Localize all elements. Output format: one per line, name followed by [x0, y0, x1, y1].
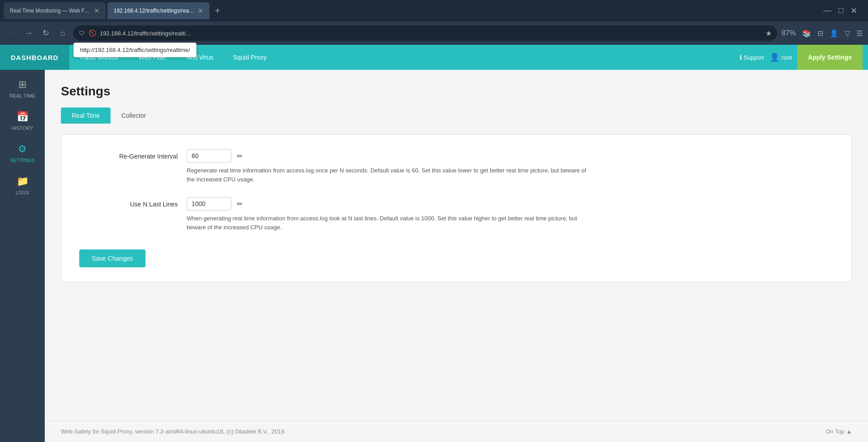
- browser-chrome: Real Time Monitoring — Web Filter ✕ 192.…: [0, 0, 868, 45]
- settings-icon: ⚙: [18, 143, 27, 155]
- menu-icon[interactable]: ☰: [856, 29, 863, 38]
- app-container: DASHBOARD Traffic Monitor Web Filter Ant…: [0, 45, 868, 442]
- real-time-label: REAL TIME: [9, 93, 35, 99]
- apply-settings-button[interactable]: Apply Settings: [797, 45, 863, 70]
- content-area: Settings Real Time Collector Re-Generate…: [45, 70, 868, 442]
- logs-label: LOGS: [16, 190, 30, 195]
- regenerate-interval-edit-button[interactable]: ✏: [235, 150, 244, 162]
- home-button[interactable]: ⌂: [56, 29, 69, 38]
- on-top-label: On Top: [825, 428, 844, 435]
- browser-toolbar-icons: 87% 📚 ⊟ 👤 ▽ ☰: [782, 29, 863, 38]
- tab-bar: Real Time Monitoring — Web Filter ✕ 192.…: [0, 0, 868, 21]
- info-icon: ℹ: [740, 54, 742, 61]
- collection-icon[interactable]: ▽: [845, 29, 850, 38]
- dashboard-brand: DASHBOARD: [0, 45, 69, 70]
- maximize-button[interactable]: □: [838, 6, 843, 16]
- browser-tab-2[interactable]: 192.168.4.12/traffic/settings/realti… ✕: [107, 2, 210, 19]
- username-label: root: [782, 54, 792, 61]
- user-icon: 👤: [770, 52, 779, 62]
- regenerate-interval-desc: Regenerate real time information from ac…: [187, 166, 590, 184]
- tab-collector[interactable]: Collector: [111, 107, 157, 124]
- address-bar-row: ← → ↻ ⌂ 🛡 🚫 http://192.168.4.12/traffic/…: [0, 21, 868, 45]
- tab1-close-icon[interactable]: ✕: [94, 7, 99, 14]
- user-info: 👤 root: [770, 52, 792, 62]
- nav-right: ℹ Support 👤 root Apply Settings: [740, 45, 868, 70]
- library-icon[interactable]: 📚: [802, 29, 811, 38]
- regenerate-interval-input-group: ✏: [187, 149, 590, 163]
- window-controls: — □ ✕: [823, 6, 864, 16]
- zoom-indicator: 87%: [782, 29, 796, 37]
- use-n-last-lines-row: Use N Last Lines ✏ When generating real …: [79, 197, 834, 232]
- page-title: Settings: [61, 84, 852, 99]
- url-input[interactable]: [100, 30, 762, 37]
- support-label: Support: [744, 54, 764, 61]
- regenerate-interval-input[interactable]: [187, 149, 231, 163]
- regenerate-interval-row: Re-Generate Interval ✏ Regenerate real t…: [79, 149, 834, 184]
- tab2-title: 192.168.4.12/traffic/settings/realti…: [114, 8, 194, 14]
- shield-icon: 🛡: [79, 30, 85, 37]
- logs-icon: 📁: [17, 176, 29, 187]
- settings-tabs: Real Time Collector: [61, 107, 852, 124]
- sidebar: ⊞ REAL TIME 📅 HISTORY ⚙ SETTINGS 📁 LOGS: [0, 70, 45, 442]
- no-tracking-icon: 🚫: [89, 30, 96, 37]
- use-n-last-lines-input-group: ✏: [187, 197, 590, 210]
- use-n-last-lines-desc: When generating real time information fr…: [187, 214, 590, 232]
- save-changes-button[interactable]: Save Changes: [79, 249, 145, 267]
- sidebar-icon[interactable]: ⊟: [817, 29, 823, 38]
- account-icon[interactable]: 👤: [830, 29, 838, 38]
- refresh-button[interactable]: ↻: [39, 28, 52, 38]
- tab2-close-icon[interactable]: ✕: [198, 7, 203, 14]
- bookmark-icon[interactable]: ★: [765, 29, 772, 38]
- regenerate-interval-label: Re-Generate Interval: [79, 149, 178, 160]
- page-content: Settings Real Time Collector Re-Generate…: [45, 70, 868, 421]
- tab1-title: Real Time Monitoring — Web Filter: [10, 8, 90, 14]
- tab-realtime[interactable]: Real Time: [61, 107, 111, 124]
- address-bar[interactable]: 🛡 🚫 http://192.168.4.12/traffic/settings…: [73, 26, 777, 41]
- use-n-last-lines-control: ✏ When generating real time information …: [187, 197, 590, 232]
- browser-tab-1[interactable]: Real Time Monitoring — Web Filter ✕: [4, 2, 106, 19]
- settings-label: SETTINGS: [10, 158, 34, 163]
- back-button[interactable]: ←: [5, 29, 18, 38]
- close-button[interactable]: ✕: [851, 6, 857, 16]
- main-layout: ⊞ REAL TIME 📅 HISTORY ⚙ SETTINGS 📁 LOGS …: [0, 70, 868, 442]
- sidebar-item-real-time[interactable]: ⊞ REAL TIME: [0, 73, 45, 104]
- settings-panel: Re-Generate Interval ✏ Regenerate real t…: [61, 134, 852, 282]
- minimize-button[interactable]: —: [823, 6, 831, 16]
- sidebar-item-logs[interactable]: 📁 LOGS: [0, 170, 45, 201]
- use-n-last-lines-label: Use N Last Lines: [79, 197, 178, 208]
- nav-squid-proxy[interactable]: Squid Proxy: [223, 45, 276, 70]
- use-n-last-lines-edit-button[interactable]: ✏: [235, 198, 244, 210]
- history-icon: 📅: [17, 111, 29, 123]
- regenerate-interval-control: ✏ Regenerate real time information from …: [187, 149, 590, 184]
- forward-button[interactable]: →: [22, 29, 35, 38]
- new-tab-button[interactable]: +: [211, 6, 224, 16]
- on-top-button[interactable]: On Top ▲: [825, 428, 852, 435]
- footer: Web Safety for Squid Proxy, version 7.2-…: [45, 421, 868, 442]
- support-link[interactable]: ℹ Support: [740, 54, 764, 61]
- real-time-icon: ⊞: [18, 79, 26, 90]
- footer-text: Web Safety for Squid Proxy, version 7.2-…: [61, 428, 286, 435]
- sidebar-item-settings[interactable]: ⚙ SETTINGS: [0, 138, 45, 168]
- url-dropdown: http://192.168.4.12/traffic/settings/rea…: [73, 43, 197, 57]
- history-label: HISTORY: [12, 125, 34, 131]
- use-n-last-lines-input[interactable]: [187, 197, 231, 210]
- sidebar-item-history[interactable]: 📅 HISTORY: [0, 106, 45, 136]
- chevron-up-icon: ▲: [846, 428, 852, 435]
